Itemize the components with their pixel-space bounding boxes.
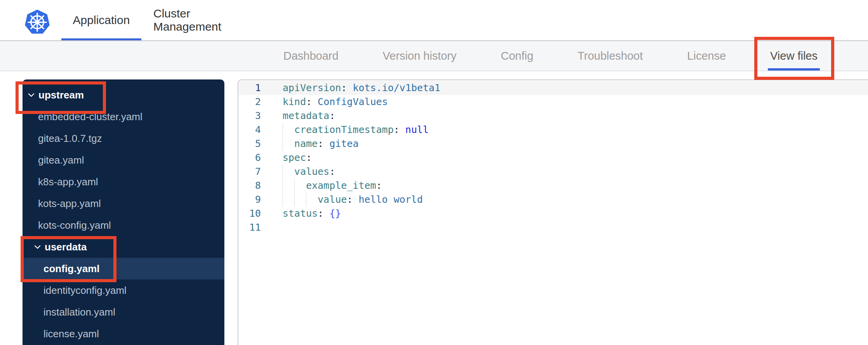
tree-folder-upstream[interactable]: upstream bbox=[23, 84, 224, 106]
tree-item-label: identityconfig.yaml bbox=[43, 285, 127, 297]
tree-item-label: config.yaml bbox=[43, 263, 99, 275]
tree-file-gitea-1-0-7-tgz[interactable]: gitea-1.0.7.tgz bbox=[23, 128, 224, 149]
indent-guide bbox=[294, 193, 306, 207]
line-number: 11 bbox=[238, 221, 261, 235]
line-number: 1 bbox=[238, 81, 261, 95]
nav-tab-license[interactable]: License bbox=[686, 41, 727, 71]
nav-tab-dashboard[interactable]: Dashboard bbox=[282, 41, 340, 71]
chevron-down-icon bbox=[34, 245, 41, 249]
nav-tab-troubleshoot[interactable]: Troubleshoot bbox=[576, 41, 644, 71]
code-line-2: 2kind: ConfigValues bbox=[238, 95, 868, 109]
tree-file-license-yaml[interactable]: license.yaml bbox=[23, 323, 224, 345]
tree-item-label: gitea.yaml bbox=[38, 154, 84, 166]
nav-tab-config[interactable]: Config bbox=[499, 41, 535, 71]
tree-file-kots-config-yaml[interactable]: kots-config.yaml bbox=[23, 214, 224, 236]
tree-item-label: license.yaml bbox=[43, 328, 99, 340]
nav-tab-view-files[interactable]: View files bbox=[769, 41, 819, 71]
tree-file-k8s-app-yaml[interactable]: k8s-app.yaml bbox=[23, 171, 224, 193]
line-number: 10 bbox=[238, 207, 261, 221]
nav-tab-label: Troubleshoot bbox=[578, 50, 643, 62]
tree-folder-userdata[interactable]: userdata bbox=[23, 236, 224, 258]
indent-guide bbox=[283, 179, 294, 193]
code-line-9: 9value: hello world bbox=[238, 193, 868, 207]
code-text: kind: ConfigValues bbox=[283, 95, 388, 109]
tree-item-label: kots-config.yaml bbox=[38, 219, 111, 231]
code-text: value: hello world bbox=[283, 193, 423, 207]
code-line-7: 7values: bbox=[238, 165, 868, 179]
active-tab-underline bbox=[61, 38, 141, 40]
line-number: 5 bbox=[238, 137, 261, 151]
line-number: 9 bbox=[238, 193, 261, 207]
kots-admin-console: Application Cluster Management Dashboard… bbox=[0, 0, 868, 345]
tree-item-label: embedded-cluster.yaml bbox=[38, 111, 142, 123]
indent-guide bbox=[306, 193, 318, 207]
code-text: spec: bbox=[283, 151, 312, 165]
tree-file-embedded-cluster-yaml[interactable]: embedded-cluster.yaml bbox=[23, 106, 224, 128]
tree-item-label: kots-app.yaml bbox=[38, 198, 101, 210]
tree-item-label: installation.yaml bbox=[43, 306, 115, 318]
line-number: 8 bbox=[238, 179, 261, 193]
code-line-11: 11 bbox=[238, 221, 868, 235]
tree-file-config-yaml[interactable]: config.yaml bbox=[23, 258, 224, 279]
nav-tab-label: Config bbox=[501, 50, 533, 62]
tree-file-installation-yaml[interactable]: installation.yaml bbox=[23, 301, 224, 323]
nav-tab-label: View files bbox=[770, 50, 818, 62]
nav-tab-label: Dashboard bbox=[283, 50, 339, 62]
tree-file-kots-app-yaml[interactable]: kots-app.yaml bbox=[23, 193, 224, 214]
kubernetes-logo bbox=[24, 9, 50, 35]
active-tab-underline bbox=[768, 68, 820, 71]
code-text: name: gitea bbox=[283, 137, 359, 151]
line-number: 3 bbox=[238, 109, 261, 123]
nav-tab-label: License bbox=[687, 50, 726, 62]
line-number: 4 bbox=[238, 123, 261, 137]
indent-guide bbox=[283, 123, 294, 137]
code-text: status: {} bbox=[283, 207, 341, 221]
tree-item-label: gitea-1.0.7.tgz bbox=[38, 133, 102, 145]
nav-tab-label: Version history bbox=[383, 50, 457, 62]
code-line-8: 8example_item: bbox=[238, 179, 868, 193]
code-line-1: 1apiVersion: kots.io/v1beta1 bbox=[238, 81, 868, 95]
code-line-5: 5name: gitea bbox=[238, 137, 868, 151]
indent-guide bbox=[283, 165, 294, 179]
code-line-3: 3metadata: bbox=[238, 109, 868, 123]
indent-guide bbox=[294, 179, 306, 193]
code-text: values: bbox=[283, 165, 335, 179]
line-number: 6 bbox=[238, 151, 261, 165]
yaml-code-viewer[interactable]: 1apiVersion: kots.io/v1beta12kind: Confi… bbox=[238, 79, 868, 345]
tree-item-label: k8s-app.yaml bbox=[38, 176, 98, 188]
line-number: 2 bbox=[238, 95, 261, 109]
indent-guide bbox=[283, 137, 294, 151]
tree-item-label: userdata bbox=[45, 241, 87, 253]
nav-tab-version-history[interactable]: Version history bbox=[381, 41, 458, 71]
code-text: metadata: bbox=[283, 109, 335, 123]
code-line-4: 4creationTimestamp: null bbox=[238, 123, 868, 137]
app-header: Application Cluster Management bbox=[0, 0, 868, 41]
code-text: creationTimestamp: null bbox=[283, 123, 429, 137]
code-line-10: 10status: {} bbox=[238, 207, 868, 221]
chevron-down-icon bbox=[28, 93, 35, 97]
code-line-6: 6spec: bbox=[238, 151, 868, 165]
tab-application[interactable]: Application bbox=[61, 0, 141, 40]
tree-file-identityconfig-yaml[interactable]: identityconfig.yaml bbox=[23, 279, 224, 301]
secondary-nav-tabs: DashboardVersion historyConfigTroublesho… bbox=[0, 41, 868, 71]
tree-item-label: upstream bbox=[38, 89, 84, 101]
code-text: apiVersion: kots.io/v1beta1 bbox=[283, 81, 440, 95]
code-text: example_item: bbox=[283, 179, 382, 193]
tree-file-gitea-yaml[interactable]: gitea.yaml bbox=[23, 149, 224, 171]
file-tree-sidebar: upstreamembedded-cluster.yamlgitea-1.0.7… bbox=[23, 79, 224, 345]
tab-cluster-management[interactable]: Cluster Management bbox=[153, 0, 257, 40]
tab-application-label: Application bbox=[73, 14, 130, 27]
line-number: 7 bbox=[238, 165, 261, 179]
tab-cluster-management-label: Cluster Management bbox=[153, 7, 257, 33]
indent-guide bbox=[283, 193, 294, 207]
